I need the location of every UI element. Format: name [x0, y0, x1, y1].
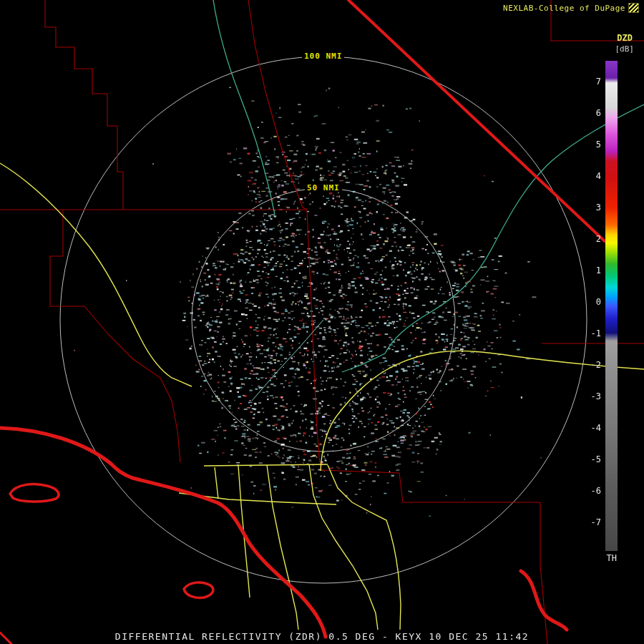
county-boundary-line	[50, 210, 84, 306]
colorbar-tick: 5	[580, 140, 601, 149]
map-overlay-layer	[0, 0, 644, 644]
colorbar-tick: 0	[580, 298, 601, 306]
highway-line	[328, 465, 401, 630]
highway-line	[0, 163, 192, 386]
colorbar-tick: -6	[580, 487, 601, 495]
radar-display: 100 NMI 50 NMI NEXLAB-College of DuPage …	[0, 0, 644, 644]
outer-ring-label: 100 NMI	[302, 52, 344, 61]
county-boundary-line	[45, 0, 123, 210]
colorbar-tick: 3	[580, 203, 601, 212]
colorbar-tick: -4	[580, 424, 601, 432]
colorbar-ticks: 76543210-1-2-3-4-5-6-7	[580, 0, 644, 572]
colorbar-tick: -5	[580, 455, 601, 464]
colorbar-tick: -3	[580, 392, 601, 401]
colorbar-bottom-label: TH	[607, 553, 617, 563]
colorbar-tick: 4	[580, 172, 601, 180]
coastal-road-line	[0, 428, 326, 637]
colorbar-tick: -7	[580, 518, 601, 527]
colorbar-tick: 7	[580, 77, 601, 86]
colorbar-tick: 6	[580, 109, 601, 117]
colorbar-tick: 2	[580, 235, 601, 243]
major-roads	[0, 0, 605, 644]
colorbar-tick: 1	[580, 266, 601, 275]
colorbar-panel: DZD [dB] 76543210-1-2-3-4-5-6-7 TH	[580, 0, 644, 572]
colorbar-tick: -2	[580, 361, 601, 369]
colorbar-tick: -1	[580, 329, 601, 338]
highway-line	[309, 464, 378, 630]
island-outline	[184, 582, 213, 597]
product-status-text: DIFFERENTIAL REFLECTIVITY (ZDR) 0.5 DEG …	[0, 631, 644, 642]
highways	[0, 163, 644, 630]
river-line	[213, 0, 275, 215]
highway-line	[215, 467, 218, 499]
county-boundary-line	[321, 470, 547, 644]
highway-line	[267, 465, 298, 630]
interstate-line	[348, 0, 605, 241]
county-boundary-line	[248, 0, 321, 470]
river-line	[252, 320, 323, 401]
county-boundary-line	[84, 306, 180, 462]
island-outline	[10, 484, 59, 502]
inner-ring-label: 50 NMI	[305, 183, 342, 192]
